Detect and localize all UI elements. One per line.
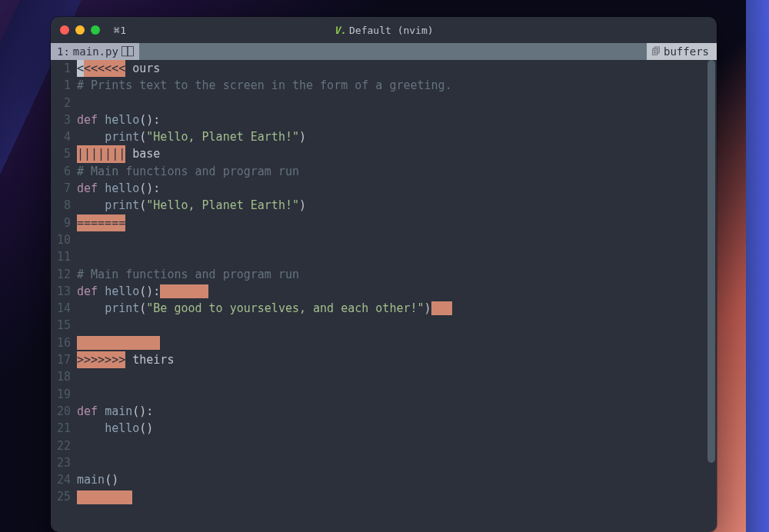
token-builtin: print bbox=[105, 197, 139, 214]
code-line[interactable]: main() bbox=[77, 471, 717, 488]
trailing-whitespace-highlight bbox=[160, 284, 208, 298]
code-line[interactable]: print("Hello, Planet Earth!") bbox=[77, 128, 717, 145]
line-number: 3 bbox=[51, 111, 71, 128]
token-plain bbox=[77, 197, 105, 214]
traffic-lights bbox=[60, 25, 100, 35]
code-line[interactable]: def hello(): bbox=[77, 180, 717, 197]
code-line[interactable] bbox=[77, 231, 717, 248]
line-number: 20 bbox=[51, 403, 71, 420]
line-number: 13 bbox=[51, 283, 71, 300]
line-number-gutter: 1123456789101112131415161718192021222324… bbox=[51, 60, 77, 532]
token-str: "Hello, Planet Earth!" bbox=[146, 128, 299, 145]
token-punc: (): bbox=[139, 111, 160, 128]
token-err: <<<<<< bbox=[84, 60, 125, 77]
tab-modified-icon: ⎕⎕ bbox=[122, 45, 133, 58]
token-plain bbox=[77, 300, 105, 317]
token-punc: (): bbox=[132, 403, 153, 420]
token-builtin: print bbox=[105, 128, 139, 145]
vim-logo-icon: V. bbox=[334, 25, 346, 36]
line-number: 7 bbox=[51, 180, 71, 197]
token-plain: theirs bbox=[125, 351, 174, 368]
code-line[interactable] bbox=[77, 334, 717, 351]
token-punc: ) bbox=[299, 128, 306, 145]
token-plain: ours bbox=[125, 60, 160, 77]
window-shortcut-label: ⌘1 bbox=[114, 25, 127, 36]
code-area[interactable]: <<<<<<< ours# Prints text to the screen … bbox=[77, 60, 717, 532]
code-line[interactable]: >>>>>>> theirs bbox=[77, 351, 717, 368]
code-line[interactable]: # Main functions and program run bbox=[77, 266, 717, 283]
code-line[interactable]: # Prints text to the screen in the form … bbox=[77, 77, 717, 94]
token-punc: (): bbox=[139, 180, 160, 197]
tab-main-py[interactable]: 1: main.py ⎕⎕ bbox=[51, 43, 139, 60]
buffers-indicator[interactable]: 🗐 buffers bbox=[647, 43, 717, 60]
titlebar[interactable]: ⌘1 V.Default (nvim) bbox=[51, 17, 717, 43]
code-line[interactable]: # Main functions and program run bbox=[77, 163, 717, 180]
line-number: 2 bbox=[51, 95, 71, 111]
code-line[interactable]: hello() bbox=[77, 420, 717, 437]
tab-filename: main.py bbox=[73, 45, 118, 58]
code-line[interactable] bbox=[77, 95, 717, 111]
editor-viewport[interactable]: 1123456789101112131415161718192021222324… bbox=[51, 60, 717, 532]
code-line[interactable] bbox=[77, 386, 717, 403]
line-number: 12 bbox=[51, 266, 71, 283]
code-line[interactable]: <<<<<<< ours bbox=[77, 60, 717, 77]
token-err: ||||||| bbox=[77, 145, 125, 162]
close-button[interactable] bbox=[60, 25, 69, 35]
code-line[interactable] bbox=[77, 317, 717, 334]
window-title: V.Default (nvim) bbox=[51, 25, 717, 36]
token-plain bbox=[77, 128, 105, 145]
code-line[interactable]: print("Hello, Planet Earth!") bbox=[77, 197, 717, 214]
line-number: 8 bbox=[51, 197, 71, 214]
minimize-button[interactable] bbox=[75, 25, 85, 35]
line-number: 22 bbox=[51, 437, 71, 454]
tab-index: 1: bbox=[57, 45, 70, 58]
line-number: 17 bbox=[51, 351, 71, 368]
trailing-whitespace-highlight bbox=[77, 490, 132, 504]
token-punc: ( bbox=[139, 197, 146, 214]
line-number: 9 bbox=[51, 214, 71, 231]
code-line[interactable] bbox=[77, 488, 717, 505]
token-str: "Be good to yourselves, and each other!" bbox=[146, 300, 424, 317]
token-punc: (): bbox=[139, 283, 160, 300]
token-plain: base bbox=[125, 145, 160, 162]
token-kw: def bbox=[77, 111, 105, 128]
code-line[interactable] bbox=[77, 454, 717, 471]
code-line[interactable]: print("Be good to yourselves, and each o… bbox=[77, 300, 717, 317]
token-fn: main bbox=[105, 403, 132, 420]
line-number: 1 bbox=[51, 77, 71, 94]
token-punc: ) bbox=[299, 197, 306, 214]
code-line[interactable]: def main(): bbox=[77, 403, 717, 420]
line-number: 5 bbox=[51, 145, 71, 162]
terminal-window: ⌘1 V.Default (nvim) 1: main.py ⎕⎕ 🗐 buff… bbox=[51, 17, 717, 532]
token-fn: hello bbox=[105, 283, 139, 300]
line-number: 11 bbox=[51, 248, 71, 265]
line-number: 14 bbox=[51, 300, 71, 317]
buffers-icon: 🗐 bbox=[651, 46, 661, 57]
token-fn: main bbox=[77, 471, 105, 488]
line-number: 15 bbox=[51, 317, 71, 334]
code-line[interactable]: ||||||| base bbox=[77, 145, 717, 162]
token-fn: hello bbox=[105, 420, 139, 437]
token-punc: ) bbox=[424, 300, 431, 317]
token-punc: ( bbox=[139, 300, 146, 317]
code-line[interactable]: def hello(): bbox=[77, 283, 717, 300]
token-punc: ( bbox=[139, 128, 146, 145]
line-number: 18 bbox=[51, 368, 71, 385]
code-line[interactable]: ======= bbox=[77, 214, 717, 231]
token-comment: # Main functions and program run bbox=[77, 266, 299, 283]
code-line[interactable] bbox=[77, 368, 717, 385]
line-number: 21 bbox=[51, 420, 71, 437]
line-number: 10 bbox=[51, 231, 71, 248]
scrollbar[interactable] bbox=[707, 60, 715, 463]
line-number: 23 bbox=[51, 454, 71, 471]
code-line[interactable] bbox=[77, 248, 717, 265]
line-number: 6 bbox=[51, 163, 71, 180]
trailing-whitespace-highlight bbox=[77, 336, 160, 350]
code-line[interactable]: def hello(): bbox=[77, 111, 717, 128]
maximize-button[interactable] bbox=[91, 25, 100, 35]
token-punc: () bbox=[105, 471, 118, 488]
token-err: >>>>>>> bbox=[77, 351, 125, 368]
code-line[interactable] bbox=[77, 437, 717, 454]
buffer-tabbar[interactable]: 1: main.py ⎕⎕ 🗐 buffers bbox=[51, 43, 717, 60]
line-number: 1 bbox=[51, 60, 71, 77]
